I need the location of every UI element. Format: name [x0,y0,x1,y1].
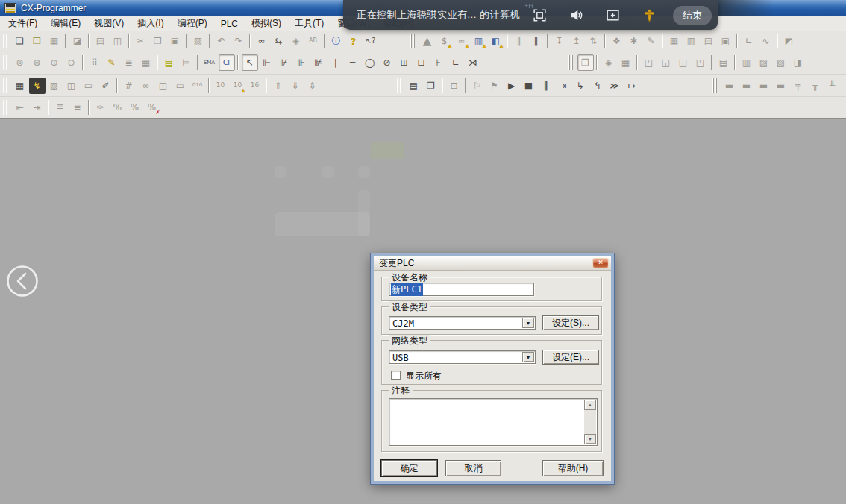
window-select-icon[interactable] [604,7,621,23]
close-icon[interactable]: ✕ [592,258,609,268]
toolbar-grip[interactable] [3,100,9,115]
compare-with-plc-icon[interactable]: ⇅ [586,33,602,49]
network-t2-icon[interactable]: ╥ [807,78,824,94]
edit-properties-icon[interactable]: ✐ [98,78,114,94]
watch-sheet-icon[interactable]: ◫ [155,78,172,94]
chevron-down-icon[interactable]: ▼ [522,352,534,362]
menu-file[interactable]: 文件(F) [1,16,44,31]
verify-network-icon[interactable]: ◧▲ [488,33,504,49]
percent-3-icon[interactable]: %✗ [144,99,160,116]
indent-left-icon[interactable]: ⇤ [12,99,28,116]
monitor-view-4-icon[interactable]: ◨ [790,54,806,71]
redo-icon[interactable]: ↷ [231,33,247,49]
sim-pause-icon[interactable]: ‖ [538,78,554,94]
print-preview-icon[interactable]: ◫ [110,33,126,49]
ci-view-icon[interactable]: CI [219,54,235,71]
monitor-icon[interactable]: $▲ [436,33,453,49]
delete-row-icon[interactable]: ◳ [692,54,709,71]
rung-list-b-icon[interactable]: ≡ [69,99,86,116]
menu-insert[interactable]: 插入(I) [131,16,170,31]
scroll-down-icon[interactable]: ▼ [584,434,596,444]
info-icon[interactable]: ⓘ [328,33,345,49]
device-type-dropdown[interactable]: CJ2M ▼ [389,316,536,330]
data-trace-icon[interactable]: ▣ [718,33,734,49]
zoom-out-icon[interactable]: ⊖ [63,54,80,71]
show-all-checkbox[interactable] [391,371,401,380]
sim-stop-icon[interactable]: ■ [521,78,537,94]
or-contact-open-icon[interactable]: ⊪ [293,54,310,71]
insert-row-icon[interactable]: ◲ [675,54,692,71]
menu-edit[interactable]: 编辑(E) [44,16,87,31]
function-block-icon[interactable]: ⊦ [430,54,447,71]
menu-program[interactable]: 编程(P) [171,16,214,31]
volume-icon[interactable] [568,7,584,23]
memory-card-1-icon[interactable]: ▬ [721,78,738,94]
print-icon[interactable]: ▤ [93,33,109,49]
pause-flag-set-icon[interactable]: ⚑ [486,78,503,94]
network-t3-icon[interactable]: ╨ [824,78,841,94]
help-icon[interactable]: ? [345,33,362,49]
contact-open-icon[interactable]: ⊩ [259,54,275,71]
context-help-icon[interactable]: ↖? [363,33,379,49]
profile-icon[interactable]: ◩ [781,33,798,49]
force-off-icon[interactable]: ⇓ [287,78,304,94]
chevron-down-icon[interactable]: ▼ [522,318,534,328]
layer-settings-icon[interactable]: ◈ [601,54,617,71]
rung-list-icon[interactable]: ≣ [52,99,69,116]
menu-view[interactable]: 视图(V) [87,16,131,31]
network-t1-icon[interactable]: ╤ [790,78,806,94]
pause-flag-icon[interactable]: ⚐ [469,78,486,94]
indent-right-icon[interactable]: ⇥ [29,99,46,116]
replace-all-icon[interactable]: AB [305,33,322,49]
monitor-view-3-icon[interactable]: ▧ [773,54,789,71]
work-online-icon[interactable]: ▲ [419,33,436,49]
toolbar-grip[interactable] [3,55,9,70]
toolbar-grip[interactable] [410,34,416,48]
sim-step-run-icon[interactable]: ⇥ [555,78,571,94]
pause-icon[interactable]: ‖ [528,33,545,49]
instruction-box-icon[interactable]: ⊞ [396,54,413,71]
pin-icon[interactable] [641,7,657,23]
ok-button[interactable]: 确定 [381,460,437,476]
ladder-view-icon[interactable]: ▤ [161,54,178,71]
cut-icon[interactable]: ✂ [133,33,149,49]
horizontal-line-icon[interactable]: ─ [345,54,361,71]
output-window-icon[interactable]: ▭ [172,78,189,94]
memory-card-3-icon[interactable]: ▬ [756,78,772,94]
toolbar-grip[interactable] [712,78,718,93]
menu-tools[interactable]: 工具(T) [288,16,330,31]
grid-icon[interactable]: ⠿ [87,54,103,71]
save-file-icon[interactable]: ▦ [46,33,63,49]
window-display-icon[interactable]: ❐ [577,54,594,71]
instruction-box-closed-icon[interactable]: ⊟ [413,54,430,71]
select-tool-icon[interactable]: ↖ [242,54,258,71]
save-window-layout-icon[interactable]: ▤ [406,78,422,94]
transfer-from-plc-icon[interactable]: ↥ [568,33,585,49]
time-chart-icon[interactable]: ∿ [758,33,774,49]
sim-run-icon[interactable]: ▶ [504,78,520,94]
menu-simulation[interactable]: 模拟(S) [245,16,288,31]
line-delete-icon[interactable]: ⋊ [465,54,481,71]
mnemonic-view-icon[interactable]: ⊨ [178,54,195,71]
undo-icon[interactable]: ↶ [213,33,230,49]
rung-comment-icon[interactable]: ✎ [104,54,120,71]
statement-list-icon[interactable]: ≣ [121,54,137,71]
verify-plc-icon[interactable]: ▥▲ [471,33,487,49]
binary-view-icon[interactable]: 010 [189,78,206,94]
insert-rung-below-icon[interactable]: ◱ [658,54,674,71]
force-on-icon[interactable]: ⇑ [270,78,286,94]
cross-reference-icon[interactable]: ◫ [63,78,80,94]
simulator-settings-icon[interactable]: ⊡ [446,78,463,94]
monitor-grid-icon[interactable]: ▦ [138,54,154,71]
coil-closed-icon[interactable]: ⊘ [379,54,395,71]
online-glasses-icon[interactable]: ∞ [138,78,154,94]
device-name-input[interactable]: 新PLC1 [389,283,534,296]
restore-window-layout-icon[interactable]: ❐ [423,78,439,94]
copy-icon[interactable]: ❒ [150,33,166,49]
toolbar-grip[interactable] [3,78,9,93]
or-contact-closed-icon[interactable]: ⊯ [310,54,327,71]
find-online-icon[interactable]: ∞▲ [454,33,470,49]
compile-icon[interactable]: ❖ [609,33,625,49]
network-type-dropdown[interactable]: USB ▼ [389,350,536,364]
zoom-in-icon[interactable]: ⊕ [46,54,63,71]
